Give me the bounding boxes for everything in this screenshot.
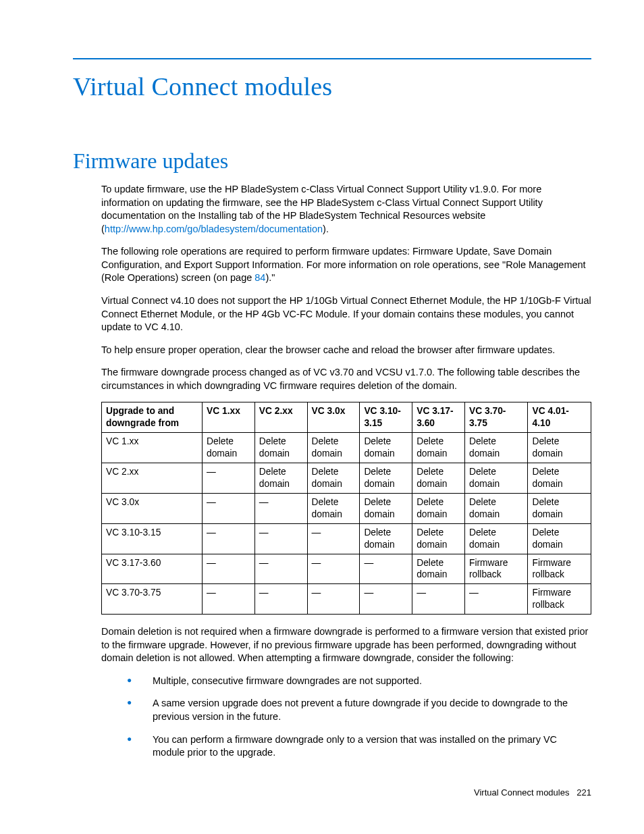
table-cell: Delete domain [464,463,527,494]
table-cell: — [307,523,360,554]
page-title: Virtual Connect modules [73,72,591,101]
table-header-cell: VC 3.0x [307,402,360,433]
table-cell: Firmware rollback [528,584,591,615]
table-row: VC 2.xx—Delete domainDelete domainDelete… [102,463,591,494]
list-item: Multiple, consecutive firmware downgrade… [101,675,591,688]
table-cell: — [203,554,255,584]
table-cell: Delete domain [360,523,412,554]
table-cell: Delete domain [528,523,591,554]
table-cell: Firmware rollback [528,554,591,584]
table-cell: — [464,584,527,615]
table-row: VC 3.0x——Delete domainDelete domainDelet… [102,493,591,523]
downgrade-table: Upgrade to and downgrade fromVC 1.xxVC 2… [101,402,591,615]
table-cell: — [254,554,307,584]
table-cell: VC 3.17-3.60 [102,554,203,584]
table-header-cell: VC 1.xx [203,402,255,433]
section-title: Firmware updates [73,149,591,174]
body-content: To update firmware, use the HP BladeSyst… [101,183,591,760]
table-cell: — [254,493,307,523]
para-roles: The following role operations are requir… [101,245,591,285]
table-cell: — [203,463,255,494]
bullet-list: Multiple, consecutive firmware downgrade… [101,675,591,760]
table-cell: VC 3.10-3.15 [102,523,203,554]
table-cell: VC 3.70-3.75 [102,584,203,615]
table-header-cell: Upgrade to and downgrade from [102,402,203,433]
table-header-cell: VC 4.01-4.10 [528,402,591,433]
table-cell: Delete domain [464,493,527,523]
list-item: A same version upgrade does not prevent … [101,697,591,723]
para-cache: To help ensure proper operation, clear t… [101,344,591,357]
table-cell: Delete domain [307,493,360,523]
table-row: VC 3.70-3.75——————Firmware rollback [102,584,591,615]
table-cell: — [254,523,307,554]
table-cell: Delete domain [307,433,360,463]
table-cell: Delete domain [360,493,412,523]
table-cell: Delete domain [464,433,527,463]
table-cell: — [307,554,360,584]
table-cell: VC 3.0x [102,493,203,523]
para-downgrade: The firmware downgrade process changed a… [101,366,591,392]
list-item: You can perform a firmware downgrade onl… [101,733,591,760]
table-header-cell: VC 3.70-3.75 [464,402,527,433]
table-cell: Delete domain [528,493,591,523]
table-cell: VC 2.xx [102,463,203,494]
table-cell: Delete domain [254,433,307,463]
table-cell: Delete domain [412,554,465,584]
table-cell: Delete domain [307,463,360,494]
table-cell: Firmware rollback [464,554,527,584]
para-intro-text-b: ). [323,224,329,234]
table-cell: Delete domain [464,523,527,554]
para-intro: To update firmware, use the HP BladeSyst… [101,183,591,236]
table-cell: — [203,523,255,554]
table-cell: Delete domain [254,463,307,494]
table-cell: — [412,584,465,615]
footer-page: 221 [576,787,591,798]
table-header-cell: VC 3.10-3.15 [360,402,412,433]
table-cell: Delete domain [412,433,465,463]
table-header-row: Upgrade to and downgrade fromVC 1.xxVC 2… [102,402,591,433]
table-cell: — [360,584,412,615]
table-cell: Delete domain [412,463,465,494]
table-body: VC 1.xxDelete domainDelete domainDelete … [102,433,591,615]
page-ref[interactable]: 84 [254,272,265,283]
table-cell: — [360,554,412,584]
table-cell: Delete domain [412,493,465,523]
table-cell: — [203,493,255,523]
table-cell: — [254,584,307,615]
table-cell: VC 1.xx [102,433,203,463]
doc-link[interactable]: http://www.hp.com/go/bladesystem/documen… [105,224,323,234]
table-cell: Delete domain [528,433,591,463]
table-header-cell: VC 3.17-3.60 [412,402,465,433]
table-cell: — [307,584,360,615]
table-cell: Delete domain [203,433,255,463]
page-footer: Virtual Connect modules 221 [474,787,591,798]
table-cell: Delete domain [412,523,465,554]
para-roles-text-a: The following role operations are requir… [101,246,586,283]
table-cell: Delete domain [528,463,591,494]
table-row: VC 3.10-3.15———Delete domainDelete domai… [102,523,591,554]
para-roles-text-b: )." [265,272,275,283]
table-header-cell: VC 2.xx [254,402,307,433]
table-cell: Delete domain [360,433,412,463]
top-rule [73,58,591,59]
para-support: Virtual Connect v4.10 does not support t… [101,294,591,334]
table-cell: Delete domain [360,463,412,494]
para-deletion: Domain deletion is not required when a f… [101,625,591,665]
table-cell: — [203,584,255,615]
table-row: VC 1.xxDelete domainDelete domainDelete … [102,433,591,463]
table-row: VC 3.17-3.60————Delete domainFirmware ro… [102,554,591,584]
footer-label: Virtual Connect modules [474,787,569,798]
